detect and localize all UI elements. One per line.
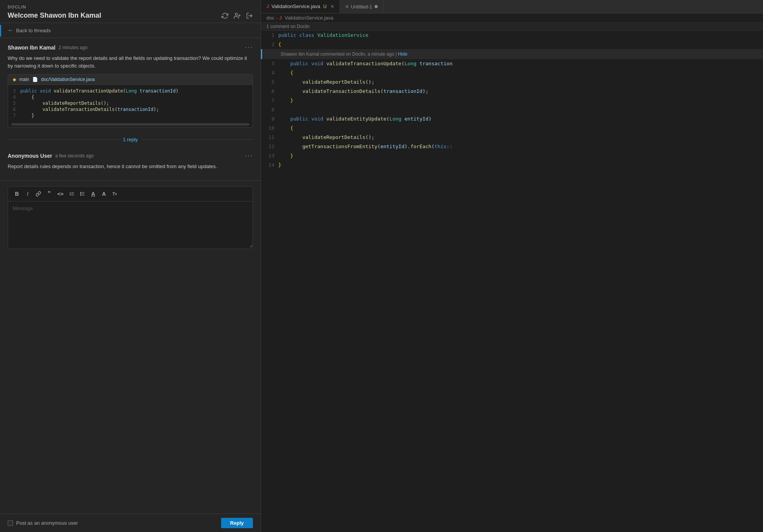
editor-line-1: 1 public class ValidationService xyxy=(261,31,763,40)
main-comment: Shawon Ibn Kamal 2 minutes ago ··· Why d… xyxy=(0,38,261,133)
code-file: doc/ValidationService.java xyxy=(41,77,95,82)
code-block: ◆ main 📄 doc/ValidationService.java 3pub… xyxy=(8,74,253,127)
editor-body[interactable]: 1 public class ValidationService 2 { Sha… xyxy=(261,31,763,532)
tab-close-validation[interactable]: ✕ xyxy=(330,4,334,9)
logout-icon[interactable] xyxy=(246,12,253,19)
link-btn[interactable] xyxy=(34,190,43,197)
back-label: Back to threads xyxy=(16,28,51,33)
panel-title: Welcome Shawon Ibn Kamal xyxy=(8,12,101,20)
file-icon: 📄 xyxy=(32,77,38,82)
anon-author: Anonymous User xyxy=(8,153,52,159)
code-block-header: ◆ main 📄 doc/ValidationService.java xyxy=(8,74,253,85)
ordered-list-btn[interactable] xyxy=(68,190,76,197)
italic-btn[interactable]: I xyxy=(23,190,32,198)
hide-comment-btn[interactable]: Hide xyxy=(398,51,408,57)
clear-format-btn[interactable]: Tx xyxy=(111,191,119,197)
unordered-list-btn[interactable] xyxy=(78,190,87,197)
anon-label: Post as an anonymous user xyxy=(16,520,78,526)
tab-list-icon: ≡ xyxy=(345,3,348,10)
add-user-icon[interactable] xyxy=(234,12,241,19)
comment-author-row: Shawon Ibn Kamal 2 minutes ago xyxy=(8,45,88,51)
editor-line-5: 5 validateReportDetails(); xyxy=(261,78,763,87)
quote-btn[interactable]: " xyxy=(45,190,53,198)
inline-comment-author: Shawon Ibn Kamal commented on Doclin, a … xyxy=(281,51,398,57)
comment-header: Shawon Ibn Kamal 2 minutes ago ··· xyxy=(8,43,253,51)
comment-time: 2 minutes ago xyxy=(58,45,87,50)
svg-point-0 xyxy=(235,13,238,15)
anon-author-row: Anonymous User a few seconds ago xyxy=(8,153,94,159)
editor-line-6: 6 validateTransactionDetails(transaction… xyxy=(261,87,763,96)
editor-line-7: 7 } xyxy=(261,96,763,105)
back-to-threads[interactable]: ← Back to threads xyxy=(0,23,261,38)
reply-count: 1 reply xyxy=(123,137,138,142)
editor-line-11: 11 validateReportDetails(); xyxy=(261,133,763,142)
tab-modified-u: U xyxy=(323,4,327,9)
breadcrumb-sep: › xyxy=(276,15,277,21)
editor-line-12: 12 getTransactionsFromEntity(entityId).f… xyxy=(261,142,763,151)
code-content: 3public void validateTransactionUpdate(L… xyxy=(8,85,253,122)
editor-line-9: 9 public void validateEntityUpdate(Long … xyxy=(261,114,763,124)
code-scrollbar[interactable] xyxy=(11,123,249,126)
panel-actions xyxy=(221,12,253,19)
reply-line-left xyxy=(8,139,119,140)
reply-button[interactable]: Reply xyxy=(221,518,253,528)
comment-author: Shawon Ibn Kamal xyxy=(8,45,55,51)
svg-point-10 xyxy=(80,192,81,193)
git-icon: ◆ xyxy=(13,77,16,82)
back-arrow-icon: ← xyxy=(8,27,14,34)
editor-tabs: J ValidationService.java U ✕ ≡ Untitled-… xyxy=(261,0,763,13)
left-panel: DOCLIN Welcome Shawon Ibn Kamal xyxy=(0,0,261,532)
editor-line-10: 10 { xyxy=(261,124,763,133)
bold-btn[interactable]: B xyxy=(13,190,21,198)
reply-divider: 1 reply xyxy=(0,133,261,146)
comment-count-label: 1 comment on Doclin xyxy=(266,24,310,29)
editor-line-4: 4 { xyxy=(261,68,763,78)
anon-time: a few seconds ago xyxy=(55,153,94,159)
anon-comment-header: Anonymous User a few seconds ago ··· xyxy=(8,152,253,160)
brand-label: DOCLIN xyxy=(8,5,253,9)
code-branch: main xyxy=(19,77,29,82)
editor-line-3: 3 public void validateTransactionUpdate(… xyxy=(261,59,763,68)
svg-point-11 xyxy=(80,193,81,194)
breadcrumb-java-icon: J xyxy=(279,15,282,21)
reply-box: B I " <> xyxy=(0,181,261,514)
editor-line-8: 8 xyxy=(261,105,763,114)
editor-toolbar: B I " <> xyxy=(8,187,253,202)
message-input[interactable] xyxy=(8,202,253,248)
editor-container: B I " <> xyxy=(8,186,253,249)
right-panel: J ValidationService.java U ✕ ≡ Untitled-… xyxy=(261,0,763,532)
breadcrumb-file: ValidationService.java xyxy=(285,15,334,21)
color-btn[interactable]: A xyxy=(100,190,108,198)
svg-point-12 xyxy=(80,195,81,195)
tab-untitled-1[interactable]: ≡ Untitled-1 xyxy=(340,0,383,13)
underline-btn[interactable]: A xyxy=(89,190,97,198)
comment-menu-icon[interactable]: ··· xyxy=(245,43,253,51)
breadcrumb-doc: doc xyxy=(266,15,274,21)
panel-header: DOCLIN Welcome Shawon Ibn Kamal xyxy=(0,0,261,23)
anon-comment: Anonymous User a few seconds ago ··· Rep… xyxy=(0,146,261,181)
java-icon-active: J xyxy=(266,3,269,9)
refresh-icon[interactable] xyxy=(221,12,228,19)
tab-validation-service[interactable]: J ValidationService.java U ✕ xyxy=(261,0,340,13)
code-btn[interactable]: <> xyxy=(56,190,65,198)
comment-text: Why do we need to validate the report de… xyxy=(8,55,253,69)
anon-checkbox[interactable] xyxy=(8,520,13,526)
tab-unsaved-dot xyxy=(375,5,378,8)
editor-line-2: 2 { xyxy=(261,40,763,49)
editor-line-13: 13 } xyxy=(261,151,763,160)
reply-footer: Post as an anonymous user Reply xyxy=(0,514,261,532)
anon-comment-text: Report details rules depends on transact… xyxy=(8,163,253,170)
editor-line-14: 14 } xyxy=(261,160,763,170)
tab-name-untitled: Untitled-1 xyxy=(351,4,372,10)
inline-comment: Shawon Ibn Kamal commented on Doclin, a … xyxy=(261,49,763,59)
tab-name-validation: ValidationService.java xyxy=(271,3,320,9)
anon-checkbox-row: Post as an anonymous user xyxy=(8,520,78,526)
comment-banner: 1 comment on Doclin xyxy=(261,23,763,31)
reply-line-right xyxy=(142,139,253,140)
breadcrumb: doc › J ValidationService.java xyxy=(261,13,763,23)
anon-menu-icon[interactable]: ··· xyxy=(245,152,253,160)
